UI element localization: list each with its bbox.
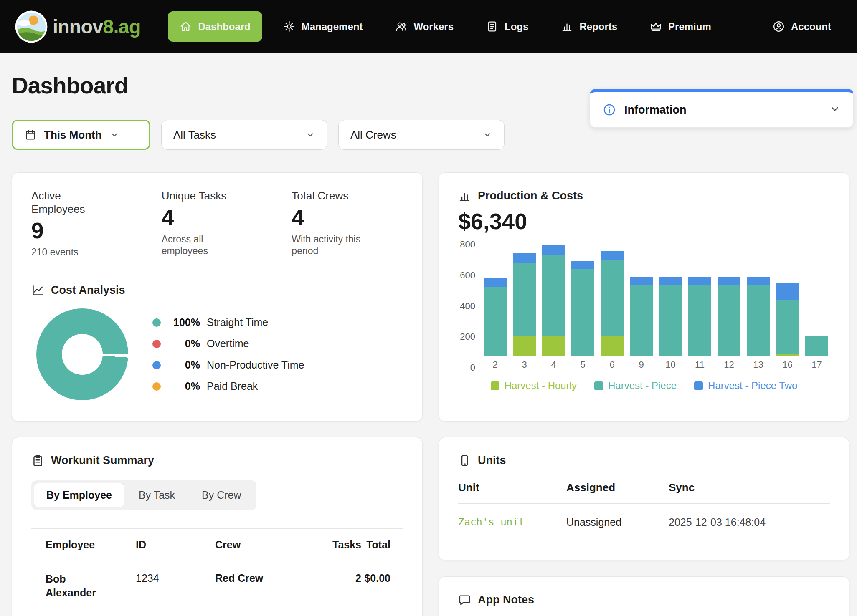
information-panel[interactable]: Information (590, 89, 854, 128)
workunit-table-header: Employee ID Crew Tasks Total (31, 528, 403, 561)
col-unit: Unit (458, 481, 566, 494)
cell-employee: Bob Alexander (31, 572, 94, 599)
chart-legend-item: Harvest - Piece (594, 380, 677, 391)
production-chart-plot: 234569101112131617 (482, 245, 830, 371)
nav-label: Management (302, 21, 363, 33)
information-label: Information (624, 104, 687, 116)
stat-sub: With activity this period (292, 233, 373, 258)
nav-item-logs[interactable]: Logs (474, 11, 540, 42)
units-card: Units Unit Assigned Sync Zach's unit Una… (439, 437, 849, 560)
tab-by-employee[interactable]: By Employee (34, 483, 124, 507)
cost-analysis-body: 100% Straight Time 0% Overtime 0% Non-Pr… (31, 308, 403, 400)
home-icon (180, 20, 192, 33)
dashboard-grid: Active Employees 9 210 events Unique Tas… (12, 172, 845, 616)
top-nav: innov8.ag Dashboard Management Workers L… (0, 0, 857, 53)
stat-value: 9 (31, 218, 143, 244)
tasks-filter[interactable]: All Tasks (161, 120, 327, 150)
col-employee: Employee (31, 539, 136, 551)
nav-item-dashboard[interactable]: Dashboard (168, 11, 262, 42)
tab-by-crew[interactable]: By Crew (189, 483, 254, 507)
legend-label: Non-Productive Time (207, 359, 304, 371)
bar-chart-icon (458, 189, 471, 202)
crews-filter-value: All Crews (350, 129, 396, 141)
tab-by-task[interactable]: By Task (126, 483, 188, 507)
chevron-down-icon (109, 130, 119, 140)
bar-3: 3 (513, 253, 536, 371)
crews-filter[interactable]: All Crews (338, 120, 505, 150)
stat-active-employees: Active Employees 9 210 events (31, 189, 143, 258)
cell-unit-name: Zach's unit (458, 516, 566, 528)
date-range-value: This Month (44, 129, 102, 141)
right-column: Units Unit Assigned Sync Zach's unit Una… (439, 437, 849, 616)
cell-assigned: Unassigned (566, 516, 669, 528)
bar-9: 9 (630, 277, 653, 371)
nav-item-workers[interactable]: Workers (383, 11, 465, 42)
nav-item-premium[interactable]: Premium (638, 11, 723, 42)
nav-label: Premium (668, 21, 711, 33)
legend-pct: 100% (167, 316, 200, 328)
cell-id: 1234 (136, 572, 215, 584)
nav-label: Account (791, 21, 831, 33)
reports-icon (561, 20, 573, 33)
cost-analysis-title: Cost Analysis (51, 284, 125, 297)
units-header: Units (458, 454, 830, 467)
chevron-down-icon (482, 130, 492, 140)
info-icon (603, 103, 616, 116)
stat-label: Active Employees (31, 189, 117, 216)
nav-item-reports[interactable]: Reports (549, 11, 629, 42)
main-content: Dashboard Information This Month All Tas… (0, 72, 857, 616)
production-title: Production & Costs (478, 189, 583, 202)
col-assigned: Assigned (566, 481, 669, 494)
legend-pct: 0% (167, 359, 200, 371)
donut-hole (62, 334, 103, 375)
legend-item-non-productive: 0% Non-Productive Time (152, 359, 304, 371)
app-logo[interactable]: innov8.ag (14, 10, 140, 44)
production-chart-legend: Harvest - HourlyHarvest - PieceHarvest -… (458, 380, 830, 391)
nav-label: Logs (505, 21, 528, 33)
overview-card: Active Employees 9 210 events Unique Tas… (12, 172, 423, 422)
phone-icon (458, 454, 471, 467)
col-tasks: Tasks (319, 539, 361, 551)
production-chart: 0200400600800 234569101112131617 (458, 245, 830, 371)
nav-item-account[interactable]: Account (761, 11, 843, 42)
nav-label: Dashboard (198, 21, 250, 33)
stat-sub: 210 events (31, 246, 113, 258)
workers-icon (395, 20, 407, 33)
chevron-down-icon (305, 130, 315, 140)
crown-icon (650, 20, 662, 33)
legend-item-overtime: 0% Overtime (152, 338, 304, 350)
logo-text: innov8.ag (53, 15, 140, 38)
bar-4: 4 (542, 245, 565, 371)
account-icon (773, 20, 785, 33)
col-id: ID (136, 539, 215, 551)
legend-dot (152, 318, 161, 327)
col-crew: Crew (215, 539, 319, 551)
legend-dot (152, 340, 161, 348)
divider (31, 271, 403, 271)
cost-legend: 100% Straight Time 0% Overtime 0% Non-Pr… (152, 316, 304, 392)
cell-crew: Red Crew (215, 572, 319, 584)
line-chart-icon (31, 284, 44, 297)
legend-label: Overtime (207, 338, 249, 350)
bar-13: 13 (747, 277, 770, 371)
legend-item-paid-break: 0% Paid Break (152, 380, 304, 392)
workunit-summary-card: Workunit Summary By Employee By Task By … (12, 437, 423, 616)
gear-icon (283, 20, 295, 33)
stats-row: Active Employees 9 210 events Unique Tas… (31, 189, 403, 258)
production-total: $6,340 (458, 208, 830, 234)
app-notes-card: App Notes (439, 576, 849, 616)
bar-5: 5 (571, 261, 594, 371)
date-range-filter[interactable]: This Month (12, 120, 150, 150)
units-table-header: Unit Assigned Sync (458, 481, 830, 504)
table-row: Zach's unit Unassigned 2025-12-03 16:48:… (458, 504, 830, 528)
legend-dot (152, 361, 161, 369)
cost-analysis-header: Cost Analysis (31, 284, 403, 297)
stat-value: 4 (292, 205, 403, 231)
nav-label: Reports (579, 21, 617, 33)
bar-11: 11 (688, 277, 711, 371)
nav-item-management[interactable]: Management (271, 11, 375, 42)
logo-icon (14, 10, 48, 44)
bar-12: 12 (718, 277, 740, 371)
tasks-filter-value: All Tasks (173, 129, 216, 141)
stat-total-crews: Total Crews 4 With activity this period (273, 189, 403, 258)
